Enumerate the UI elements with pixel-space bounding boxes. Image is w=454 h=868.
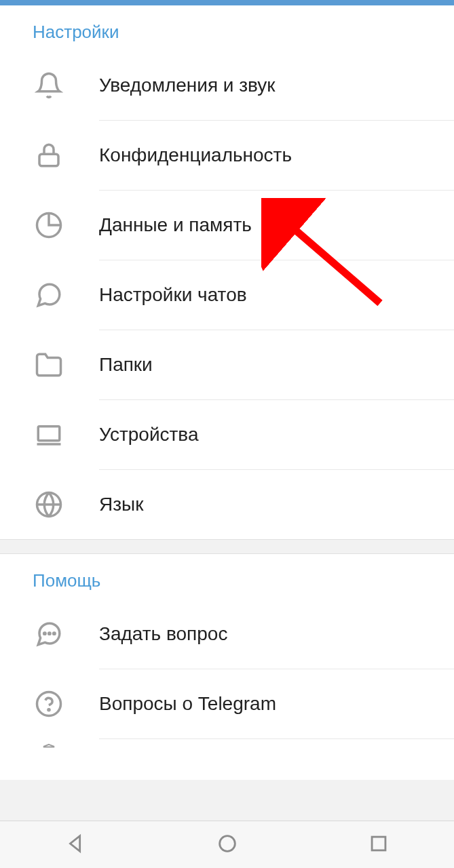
settings-item-label: Уведомления и звук [99,75,454,96]
settings-item-label: Конфиденциальность [99,144,454,166]
settings-section-title: Настройки [0,22,454,51]
help-item-label: Задать вопрос [99,623,454,645]
settings-item-folders[interactable]: Папки [0,330,454,399]
svg-point-14 [219,835,235,851]
chat-icon [33,279,65,311]
globe-icon [33,488,65,521]
svg-point-10 [48,709,50,711]
section-separator [0,539,454,554]
svg-rect-15 [372,837,385,850]
settings-item-label: Настройки чатов [99,284,454,306]
folder-icon [33,349,65,381]
help-item-ask[interactable]: Задать вопрос [0,599,454,669]
help-section-title: Помощь [0,570,454,599]
settings-item-devices[interactable]: Устройства [0,400,454,469]
help-item-label: Вопросы о Telegram [99,693,454,715]
settings-section: Настройки Уведомления и звук Конфиденциа… [0,5,454,539]
nav-recent-button[interactable] [367,832,390,858]
device-icon [33,418,65,451]
settings-item-label: Данные и память [99,214,454,236]
settings-item-chat-settings[interactable]: Настройки чатов [0,260,454,330]
nav-home-button[interactable] [216,832,239,858]
lock-icon [33,139,65,172]
android-nav-bar [0,821,454,868]
settings-item-label: Язык [99,494,454,515]
svg-point-6 [44,633,45,634]
shield-icon [33,743,65,776]
help-item-faq[interactable]: Вопросы о Telegram [0,669,454,738]
svg-point-8 [54,633,55,634]
svg-marker-13 [70,835,79,851]
svg-point-7 [49,633,50,634]
settings-item-language[interactable]: Язык [0,470,454,539]
question-icon [33,688,65,720]
nav-back-button[interactable] [64,832,88,858]
help-item-partial[interactable] [0,739,454,780]
settings-item-privacy[interactable]: Конфиденциальность [0,121,454,190]
settings-item-notifications[interactable]: Уведомления и звук [0,51,454,120]
svg-rect-2 [38,427,60,441]
pie-chart-icon [33,209,65,241]
bell-icon [33,69,65,102]
status-bar [0,0,454,5]
help-section: Помощь Задать вопрос Вопросы о Telegram [0,554,454,780]
settings-item-label: Папки [99,354,454,376]
chat-dots-icon [33,618,65,650]
settings-item-label: Устройства [99,424,454,446]
settings-item-data-storage[interactable]: Данные и память [0,191,454,260]
svg-rect-0 [39,154,58,166]
